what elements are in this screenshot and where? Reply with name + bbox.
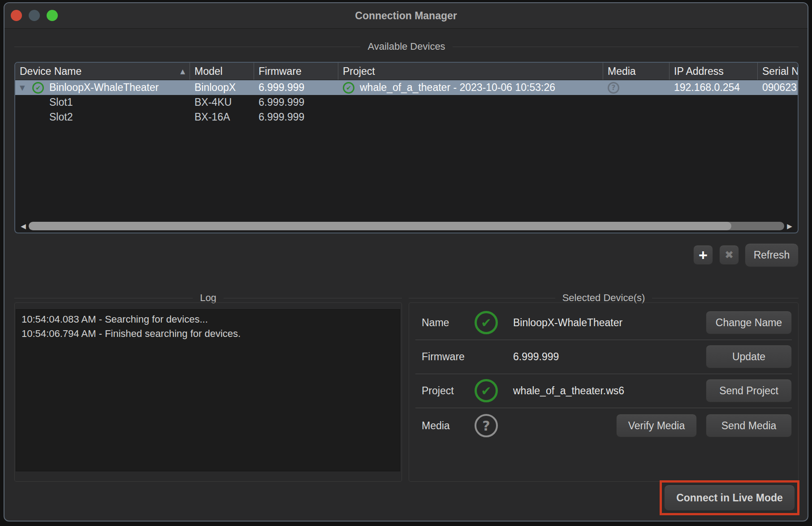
status-unknown-icon: ? bbox=[608, 82, 619, 94]
cell-serial-number bbox=[758, 110, 798, 125]
update-firmware-button[interactable]: Update bbox=[706, 345, 792, 368]
cell-media bbox=[603, 95, 669, 110]
horizontal-scrollbar: ◀ ▶ bbox=[16, 220, 797, 233]
divider bbox=[224, 298, 402, 298]
devices-table: Device Name ▲ Model Firmware Project Med… bbox=[14, 62, 799, 233]
send-project-button[interactable]: Send Project bbox=[706, 379, 792, 402]
cell-project bbox=[338, 95, 603, 110]
table-row-slot2[interactable]: Slot2 BX-16A 6.999.999 bbox=[15, 110, 798, 125]
column-header-model[interactable]: Model bbox=[190, 63, 254, 80]
cell-media bbox=[603, 110, 669, 125]
selected-firmware-version: 6.999.999 bbox=[513, 351, 559, 363]
cell-ip-address bbox=[669, 110, 758, 125]
divider bbox=[14, 47, 360, 47]
scrollbar-thumb[interactable] bbox=[29, 222, 731, 230]
cell-model: BX-4KU bbox=[190, 95, 254, 110]
media-label: Media bbox=[415, 420, 475, 432]
cell-serial-number: 090623 bbox=[758, 80, 798, 95]
send-media-button[interactable]: Send Media bbox=[706, 414, 792, 437]
cell-model: BX-16A bbox=[190, 110, 254, 125]
sort-ascending-icon: ▲ bbox=[180, 68, 185, 75]
divider bbox=[409, 298, 555, 298]
cell-firmware: 6.999.999 bbox=[254, 110, 338, 125]
log-entry: 10:54:04.083 AM - Searching for devices.… bbox=[22, 312, 394, 327]
divider bbox=[14, 298, 193, 298]
cell-ip-address: 192.168.0.254 bbox=[669, 80, 758, 95]
status-ok-icon: ✔ bbox=[475, 379, 498, 402]
column-header-firmware[interactable]: Firmware bbox=[254, 63, 338, 80]
title-bar: Connection Manager bbox=[4, 3, 808, 29]
status-ok-icon: ✔ bbox=[32, 82, 44, 94]
cell-firmware: 6.999.999 bbox=[254, 80, 338, 95]
project-label: Project bbox=[415, 385, 475, 397]
selected-device-name: BinloopX-WhaleTheater bbox=[513, 317, 622, 329]
cell-ip-address bbox=[669, 95, 758, 110]
maximize-button[interactable] bbox=[47, 10, 58, 21]
log-group: 10:54:04.083 AM - Searching for devices.… bbox=[14, 302, 402, 482]
name-label: Name bbox=[415, 317, 475, 329]
divider bbox=[453, 47, 799, 47]
cell-device-name: ▼ ✔ BinloopX-WhaleTheater bbox=[15, 80, 190, 95]
cell-device-name: Slot1 bbox=[15, 95, 190, 110]
scrollbar-track[interactable] bbox=[29, 222, 784, 230]
remove-device-button[interactable]: ✖ bbox=[719, 245, 739, 265]
scroll-left-icon[interactable]: ◀ bbox=[19, 222, 28, 230]
log-entry: 10:54:06.794 AM - Finished searching for… bbox=[22, 327, 394, 341]
available-devices-legend: Available Devices bbox=[14, 41, 799, 52]
cell-media: ? bbox=[603, 80, 669, 95]
change-name-button[interactable]: Change Name bbox=[706, 311, 792, 334]
cell-model: BinloopX bbox=[190, 80, 254, 95]
selected-media-row: Media ? Verify Media Send Media bbox=[415, 408, 792, 444]
divider bbox=[652, 298, 799, 298]
status-unknown-icon: ? bbox=[475, 414, 498, 437]
cell-firmware: 6.999.999 bbox=[254, 95, 338, 110]
firmware-label: Firmware bbox=[415, 351, 475, 363]
column-header-project[interactable]: Project bbox=[338, 63, 603, 80]
column-header-media[interactable]: Media bbox=[603, 63, 669, 80]
log-output: 10:54:04.083 AM - Searching for devices.… bbox=[16, 309, 400, 471]
scroll-right-icon[interactable]: ▶ bbox=[785, 222, 794, 230]
column-header-ip-address[interactable]: IP Address bbox=[669, 63, 758, 80]
selected-firmware-row: Firmware 6.999.999 Update bbox=[415, 340, 792, 374]
selected-project-file: whale_of_a_theater.ws6 bbox=[513, 385, 624, 397]
add-device-button[interactable]: + bbox=[693, 245, 713, 265]
verify-media-button[interactable]: Verify Media bbox=[616, 414, 697, 437]
cell-project bbox=[338, 110, 603, 125]
refresh-button[interactable]: Refresh bbox=[745, 243, 799, 267]
cell-device-name: Slot2 bbox=[15, 110, 190, 125]
selected-project-row: Project ✔ whale_of_a_theater.ws6 Send Pr… bbox=[415, 374, 792, 408]
cell-project: ✔ whale_of_a_theater - 2023-10-06 10:53:… bbox=[338, 80, 603, 95]
cell-serial-number bbox=[758, 95, 798, 110]
available-devices-title: Available Devices bbox=[367, 41, 445, 52]
table-row-slot1[interactable]: Slot1 BX-4KU 6.999.999 bbox=[15, 95, 798, 110]
table-header-row: Device Name ▲ Model Firmware Project Med… bbox=[15, 63, 798, 80]
disclosure-open-icon[interactable]: ▼ bbox=[20, 84, 32, 92]
window-title: Connection Manager bbox=[4, 3, 808, 28]
close-button[interactable] bbox=[11, 10, 22, 21]
column-header-serial-number[interactable]: Serial N bbox=[758, 63, 798, 80]
table-row-binloopx[interactable]: ▼ ✔ BinloopX-WhaleTheater BinloopX 6.999… bbox=[15, 80, 798, 95]
connection-manager-window: Connection Manager Available Devices Dev… bbox=[4, 2, 808, 522]
status-ok-icon: ✔ bbox=[343, 82, 354, 94]
column-header-device-name[interactable]: Device Name ▲ bbox=[15, 63, 190, 80]
selected-device-panel: Name ✔ BinloopX-WhaleTheater Change Name… bbox=[409, 302, 799, 482]
minimize-button[interactable] bbox=[29, 10, 40, 21]
connect-in-live-mode-button[interactable]: Connect in Live Mode bbox=[664, 485, 795, 511]
selected-name-row: Name ✔ BinloopX-WhaleTheater Change Name bbox=[415, 306, 792, 340]
status-ok-icon: ✔ bbox=[475, 311, 498, 334]
